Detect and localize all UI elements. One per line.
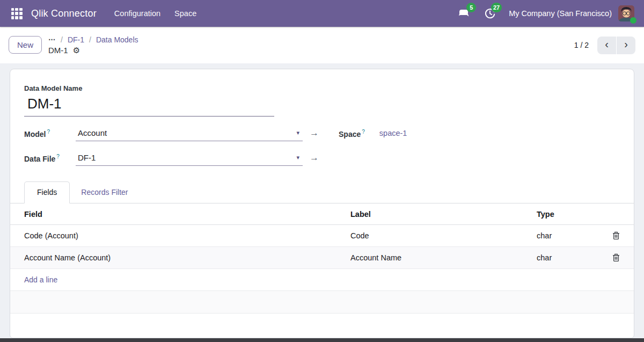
column-header-label: Label <box>350 210 537 219</box>
background-band <box>0 63 644 69</box>
model-select-input[interactable]: Account ▾ <box>76 127 303 141</box>
breadcrumb: ⋯ / DF-1 / Data Models DM-1 ⚙ <box>48 35 138 55</box>
delete-row-button[interactable] <box>611 252 621 263</box>
form-sheet: Data Model Name DM-1 Model? Account ▾ → … <box>10 69 634 338</box>
control-panel: New ⋯ / DF-1 / Data Models DM-1 ⚙ 1 / 2 … <box>0 27 644 63</box>
table-footer-band <box>10 291 634 314</box>
cell-label: Code <box>350 231 537 240</box>
cell-type: char <box>537 253 593 262</box>
data-file-select-input[interactable]: DF-1 ▾ <box>76 151 303 166</box>
online-status-dot <box>630 17 636 24</box>
model-value: Account <box>78 128 296 137</box>
pager-previous-button[interactable]: ‹ <box>597 37 616 54</box>
chevron-right-icon: › <box>624 38 628 50</box>
cell-type: char <box>537 231 593 240</box>
breadcrumb-ellipsis[interactable]: ⋯ <box>48 35 56 44</box>
model-help-icon: ? <box>47 129 50 135</box>
trash-icon <box>612 231 620 240</box>
apps-menu-button[interactable] <box>8 4 26 23</box>
dropdown-caret-icon[interactable]: ▾ <box>296 129 299 136</box>
data-file-help-icon: ? <box>56 154 60 159</box>
table-row[interactable]: Code (Account) Code char <box>10 225 634 247</box>
model-label: Model? <box>24 127 76 139</box>
new-button[interactable]: New <box>9 36 42 54</box>
pager-next-button[interactable]: › <box>617 37 635 54</box>
messages-button[interactable]: 5 <box>457 7 471 20</box>
trash-icon <box>612 253 620 262</box>
activities-badge: 27 <box>491 3 502 12</box>
space-value-link[interactable]: space-1 <box>379 129 407 137</box>
messages-badge: 5 <box>466 3 476 12</box>
add-a-line-link[interactable]: Add a line <box>10 275 57 284</box>
dropdown-caret-icon[interactable]: ▾ <box>296 154 299 161</box>
company-name: My Company (San Francisco) <box>509 9 612 18</box>
tab-fields[interactable]: Fields <box>24 181 70 203</box>
cell-field: Account Name (Account) <box>10 253 350 262</box>
pager-count[interactable]: 1 / 2 <box>574 41 589 49</box>
data-model-name-input[interactable]: DM-1 <box>24 95 274 117</box>
notebook-tabs: Fields Records Filter <box>10 181 634 203</box>
window-bottom-edge <box>0 338 644 342</box>
data-model-name-label: Data Model Name <box>24 84 620 92</box>
data-file-label: Data File? <box>24 151 76 163</box>
apps-grid-icon <box>11 8 23 19</box>
activities-button[interactable]: 27 <box>483 7 497 20</box>
chevron-left-icon: ‹ <box>605 38 609 50</box>
settings-gear-icon[interactable]: ⚙ <box>73 46 80 54</box>
user-menu[interactable]: My Company (San Francisco) <box>509 5 634 21</box>
fields-table-header: Field Label Type <box>10 203 634 225</box>
breadcrumb-current-record: DM-1 <box>48 46 68 55</box>
menu-configuration[interactable]: Configuration <box>107 9 167 18</box>
data-file-internal-link-icon[interactable]: → <box>310 151 319 163</box>
column-header-field: Field <box>10 210 350 219</box>
tab-records-filter[interactable]: Records Filter <box>70 182 139 203</box>
delete-row-button[interactable] <box>611 230 621 241</box>
column-header-type: Type <box>537 210 593 219</box>
data-file-value: DF-1 <box>78 153 296 162</box>
space-help-icon: ? <box>362 129 365 135</box>
breadcrumb-separator: / <box>89 35 91 45</box>
table-row[interactable]: Account Name (Account) Account Name char <box>10 247 634 269</box>
breadcrumb-link-df1[interactable]: DF-1 <box>68 35 84 45</box>
breadcrumb-separator: / <box>61 35 63 45</box>
model-internal-link-icon[interactable]: → <box>310 127 319 139</box>
app-title[interactable]: Qlik Connector <box>31 8 97 19</box>
space-label: Space? <box>339 129 365 139</box>
record-pager: 1 / 2 ‹ › <box>574 37 635 54</box>
menu-space[interactable]: Space <box>167 9 203 18</box>
user-avatar <box>618 5 634 21</box>
top-navbar: Qlik Connector Configuration Space 5 27 … <box>0 0 644 27</box>
cell-label: Account Name <box>350 253 537 262</box>
breadcrumb-link-data-models[interactable]: Data Models <box>96 35 138 45</box>
navbar-systray: 5 27 My Company (San Francisco) <box>457 5 636 21</box>
cell-field: Code (Account) <box>10 231 350 240</box>
